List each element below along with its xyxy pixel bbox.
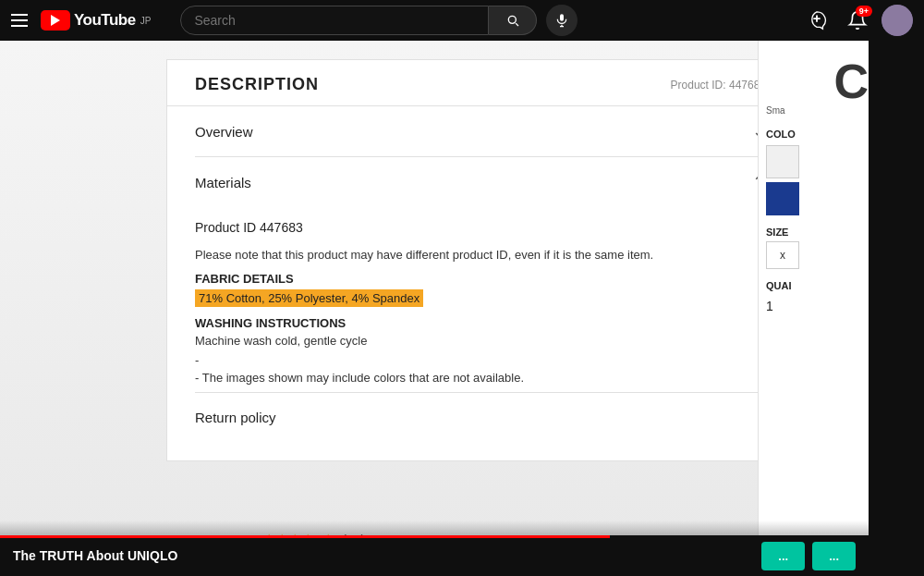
return-policy-label: Return policy xyxy=(195,410,276,425)
side-panel xyxy=(869,41,924,536)
fabric-details-label: FABRIC DETAILS xyxy=(195,272,766,286)
video-content: DESCRIPTION Product ID: 447683 Overview … xyxy=(0,41,869,576)
materials-content: Product ID 447683 Please note that this … xyxy=(195,207,766,392)
svg-rect-0 xyxy=(560,14,564,20)
panel-c-letter: C xyxy=(833,54,869,109)
nav-right: 9+ xyxy=(800,4,913,37)
youtube-logo[interactable]: YouTubeJP xyxy=(41,10,151,31)
materials-label: Materials xyxy=(195,175,251,190)
nav-left: YouTubeJP xyxy=(11,10,151,31)
youtube-logo-text: YouTube xyxy=(74,11,136,30)
quantity-value: 1 xyxy=(759,295,869,317)
avatar-image xyxy=(881,5,913,36)
bottom-actions: ... ... xyxy=(761,542,856,570)
subscribe-button[interactable]: ... xyxy=(761,542,805,570)
youtube-logo-jp: JP xyxy=(140,16,152,26)
notification-badge: 9+ xyxy=(856,6,872,17)
overview-label: Overview xyxy=(195,124,253,140)
materials-product-id: Product ID 447683 xyxy=(195,220,766,235)
youtube-logo-icon xyxy=(41,10,70,31)
create-icon xyxy=(807,10,827,31)
dash-line: - xyxy=(195,353,766,367)
search-area xyxy=(180,5,578,36)
video-player[interactable]: DESCRIPTION Product ID: 447683 Overview … xyxy=(0,41,869,576)
menu-button[interactable] xyxy=(11,14,28,27)
washing-label: WASHING INSTRUCTIONS xyxy=(195,316,766,330)
search-input[interactable] xyxy=(181,6,488,34)
color-swatch-blue[interactable] xyxy=(766,182,799,215)
search-button[interactable] xyxy=(489,6,537,35)
quantity-label: QUAI xyxy=(759,273,869,295)
mic-icon xyxy=(554,13,569,28)
video-title: The TRUTH About UNIQLO xyxy=(13,548,177,563)
product-header: DESCRIPTION Product ID: 447683 xyxy=(195,60,766,105)
size-label: SIZE xyxy=(759,219,869,241)
top-navigation: YouTubeJP 9+ xyxy=(0,0,924,41)
search-input-wrap xyxy=(180,6,489,35)
search-icon xyxy=(505,13,520,28)
fabric-composition: 71% Cotton, 25% Polyester, 4% Spandex xyxy=(195,289,423,307)
washing-instructions: Machine wash cold, gentle cycle xyxy=(195,334,766,348)
product-id-header: Product ID: 447683 xyxy=(671,79,766,92)
color-swatch-white[interactable] xyxy=(766,145,799,178)
description-title: DESCRIPTION xyxy=(195,75,319,94)
title-bar-progress xyxy=(0,535,610,538)
create-button[interactable] xyxy=(800,4,833,37)
right-panel: C Sma COLO SIZE x QUAI 1 xyxy=(758,41,869,576)
size-x-button[interactable]: x xyxy=(766,241,799,269)
product-page: DESCRIPTION Product ID: 447683 Overview … xyxy=(166,59,795,461)
avatar-button[interactable] xyxy=(881,5,913,36)
color-label: COLO xyxy=(759,125,869,145)
overview-accordion[interactable]: Overview ⌄ xyxy=(195,106,766,157)
materials-accordion[interactable]: Materials ⌃ xyxy=(195,157,766,207)
action-button[interactable]: ... xyxy=(812,542,856,570)
notifications-button[interactable]: 9+ xyxy=(841,4,874,37)
mic-button[interactable] xyxy=(546,5,578,36)
return-policy-accordion[interactable]: Return policy › xyxy=(195,392,766,442)
images-note: - The images shown may include colors th… xyxy=(195,371,766,385)
video-title-bar: The TRUTH About UNIQLO ... ... xyxy=(0,535,869,576)
materials-note: Please note that this product may have d… xyxy=(195,246,766,264)
